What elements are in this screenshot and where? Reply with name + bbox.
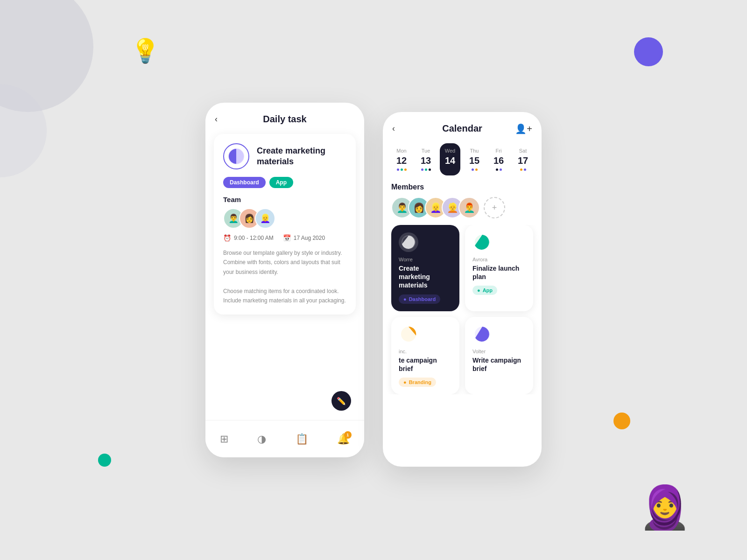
day-num-13: 13 <box>421 155 431 166</box>
day-thu[interactable]: Thu 15 <box>464 143 485 175</box>
marketing-tag-label: Dashboard <box>409 296 436 302</box>
campaign-pie-svg <box>400 325 417 343</box>
task-date: 17 Aug 2020 <box>294 235 325 241</box>
campaign-tile-icon <box>399 324 418 344</box>
day-num-17: 17 <box>518 155 528 166</box>
day-dots-sat <box>520 168 526 171</box>
bg-circle-orange <box>613 413 630 429</box>
team-section: Team 👨‍🦱 👩 👱‍♀️ <box>223 196 346 229</box>
marketing-tile-tag[interactable]: ● Dashboard <box>399 294 440 304</box>
doc-nav-icon: 📋 <box>296 433 308 445</box>
day-dots-mon <box>397 168 407 171</box>
bg-circle-large <box>0 0 93 112</box>
launch-tile-label: Avrora <box>472 257 526 262</box>
day-num-15: 15 <box>469 155 479 166</box>
date-meta: 📅 17 Aug 2020 <box>283 234 325 242</box>
write-tile-label: Volter <box>472 349 526 354</box>
campaign-tile-title: te campaign brief <box>399 356 452 373</box>
task-card-header: Create marketing materials <box>223 143 346 169</box>
member-5: 👨‍🦰 <box>458 197 480 218</box>
campaign-tile-label: inc. <box>399 349 452 354</box>
write-tile-title: Write campaign brief <box>472 356 526 373</box>
day-fri[interactable]: Fri 16 <box>488 143 509 175</box>
daily-task-header: ‹ Daily task <box>205 103 364 129</box>
launch-tag-label: App <box>483 287 493 293</box>
character-decoration: 🧕 <box>639 483 691 532</box>
pie-chart-svg <box>228 148 245 165</box>
day-num-12: 12 <box>396 155 407 166</box>
task-title: Create marketing materials <box>257 146 346 168</box>
day-name-sat: Sat <box>519 148 527 154</box>
phones-container: ‹ Daily task Create marketing materials <box>205 93 542 467</box>
task-description: Browse our template gallery by style or … <box>223 248 346 305</box>
launch-tile-title: Finalize launch plan <box>472 264 526 281</box>
tags-row: Dashboard App <box>223 177 346 188</box>
day-name-wed: Wed <box>445 148 455 154</box>
day-name-tue: Tue <box>422 148 430 154</box>
nav-doc[interactable]: 📋 <box>296 433 308 445</box>
marketing-tile-title: Create marketing materials <box>399 264 452 290</box>
day-sat[interactable]: Sat 17 <box>513 143 533 175</box>
day-dots-fri <box>496 168 502 171</box>
day-name-fri: Fri <box>496 148 502 154</box>
write-pie-svg <box>473 325 491 343</box>
calendar-header: ‹ Calendar 👤+ <box>383 112 542 139</box>
campaign-tile-tag[interactable]: ● Branding <box>399 378 436 387</box>
task-tile-campaign[interactable]: inc. te campaign brief ● Branding <box>391 317 459 394</box>
day-num-16: 16 <box>493 155 504 166</box>
day-name-thu: Thu <box>470 148 479 154</box>
team-avatars: 👨‍🦱 👩 👱‍♀️ <box>223 208 346 229</box>
launch-tile-icon <box>472 232 492 252</box>
daily-task-phone: ‹ Daily task Create marketing materials <box>205 103 364 457</box>
calendar-title: Calendar <box>442 123 482 134</box>
edit-button[interactable]: ✏️ <box>331 391 351 411</box>
day-tue[interactable]: Tue 13 <box>416 143 436 175</box>
grid-nav-icon: ⊞ <box>220 433 228 445</box>
members-avatars: 👨‍🦱 👩 👱‍♀️ 👱 👨‍🦰 + <box>391 197 533 218</box>
notification-badge: 1 <box>344 431 352 439</box>
members-title: Members <box>391 183 533 191</box>
day-dots-tue <box>421 168 431 171</box>
back-button-left[interactable]: ‹ <box>215 114 218 124</box>
meta-row: ⏰ 9:00 - 12:00 AM 📅 17 Aug 2020 <box>223 234 346 242</box>
marketing-pie-svg <box>401 235 416 250</box>
task-tile-marketing[interactable]: Worre Create marketing materials ● Dashb… <box>391 225 459 311</box>
task-card: Create marketing materials Dashboard App… <box>214 134 356 315</box>
bottom-navigation: ⊞ ◑ 📋 🔔 1 <box>205 420 364 457</box>
add-person-button[interactable]: 👤+ <box>515 123 532 134</box>
bg-circle-green <box>98 454 111 467</box>
nav-grid[interactable]: ⊞ <box>220 433 228 445</box>
bg-circle-medium <box>0 84 47 177</box>
lightbulb-decoration: 💡 <box>131 37 160 64</box>
time-meta: ⏰ 9:00 - 12:00 AM <box>223 234 274 242</box>
calendar-phone: ‹ Calendar 👤+ Mon 12 Tue 13 <box>383 112 542 467</box>
launch-tile-tag[interactable]: ● App <box>472 286 497 295</box>
add-member-button[interactable]: + <box>484 197 505 218</box>
members-section: Members 👨‍🦱 👩 👱‍♀️ 👱 👨‍🦰 + <box>383 183 542 225</box>
day-name-mon: Mon <box>396 148 406 154</box>
task-pie-icon <box>223 143 249 169</box>
day-num-14: 14 <box>445 155 455 166</box>
task-tile-launch[interactable]: Avrora Finalize launch plan ● App <box>465 225 533 311</box>
clock-icon: ⏰ <box>223 234 231 242</box>
back-button-right[interactable]: ‹ <box>392 124 395 133</box>
day-wed[interactable]: Wed 14 <box>440 143 460 175</box>
team-label: Team <box>223 196 346 203</box>
day-mon[interactable]: Mon 12 <box>391 143 412 175</box>
write-tile-icon <box>472 324 492 344</box>
task-time: 9:00 - 12:00 AM <box>234 235 274 241</box>
marketing-tile-icon <box>399 232 418 252</box>
tag-app[interactable]: App <box>269 177 293 188</box>
launch-pie-svg <box>473 233 491 251</box>
avatar-3: 👱‍♀️ <box>255 208 275 229</box>
day-dots-thu <box>472 168 478 171</box>
bg-circle-purple <box>634 37 663 66</box>
marketing-tile-label: Worre <box>399 257 452 262</box>
nav-chart[interactable]: ◑ <box>257 433 266 445</box>
nav-bell[interactable]: 🔔 1 <box>337 433 350 445</box>
week-strip: Mon 12 Tue 13 Wed 14 <box>383 139 542 183</box>
task-tile-write[interactable]: Volter Write campaign brief <box>465 317 533 394</box>
chart-nav-icon: ◑ <box>257 433 266 445</box>
tag-dashboard[interactable]: Dashboard <box>223 177 266 188</box>
campaign-tag-label: Branding <box>409 379 431 385</box>
